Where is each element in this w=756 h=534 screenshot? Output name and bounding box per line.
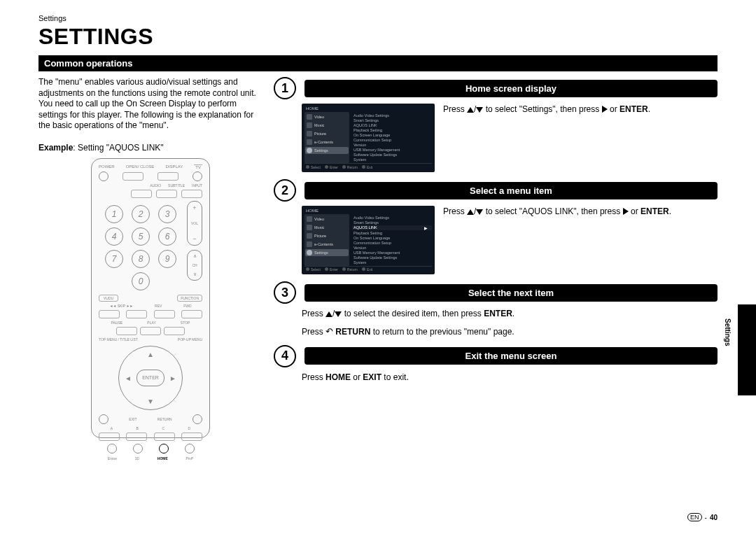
lang-badge: EN — [687, 513, 702, 521]
step-number: 1 — [274, 77, 296, 99]
step-instruction: Press / to select the desired item, then… — [302, 308, 718, 320]
step-1: 1Home screen displayHOMEVideoMusicPictur… — [274, 77, 718, 172]
breadcrumb: Settings — [38, 14, 718, 22]
step-title: Home screen display — [304, 80, 718, 97]
step-number: 4 — [274, 345, 296, 367]
thumb-tab-label: Settings — [724, 318, 732, 346]
step-instruction: Press / to select "Settings", then press… — [443, 104, 650, 115]
step-2: 2Select a menu itemHOMEVideoMusicPicture… — [274, 179, 718, 274]
step-3: 3Select the next itemPress / to select t… — [274, 281, 718, 338]
osd-screenshot: HOMEVideoMusicPicturee-ContentsSettingsA… — [302, 206, 435, 274]
section-heading: Common operations — [38, 55, 718, 71]
step-title: Select a menu item — [304, 182, 718, 199]
dpad: ▲ ▼ ◄ ► ENTER — [118, 346, 183, 410]
step-number: 3 — [274, 281, 296, 304]
remote-illustration: POWER OPEN/ CLOSE DISPLAY TV AUDIOSUBTIT… — [91, 158, 210, 438]
step-instruction-2: Press ↶ RETURN to return to the previous… — [302, 325, 718, 338]
page-footer: EN - 40 — [687, 513, 718, 521]
enter-button: ENTER — [136, 370, 164, 386]
thumb-tab — [738, 304, 756, 395]
page-title: SETTINGS — [38, 24, 718, 50]
step-4: 4Exit the menu screenPress HOME or EXIT … — [274, 345, 718, 384]
step-instruction: Press / to select "AQUOS LINK", then pre… — [443, 206, 671, 218]
osd-screenshot: HOMEVideoMusicPicturee-ContentsSettingsA… — [302, 104, 435, 172]
example-line: Example: Setting "AQUOS LINK" — [38, 143, 262, 153]
step-instruction: Press HOME or EXIT to exit. — [302, 372, 718, 384]
step-title: Select the next item — [304, 284, 718, 302]
step-number: 2 — [274, 179, 296, 202]
step-title: Exit the menu screen — [304, 347, 718, 365]
intro-paragraph: The "menu" enables various audio/visual … — [38, 77, 262, 132]
